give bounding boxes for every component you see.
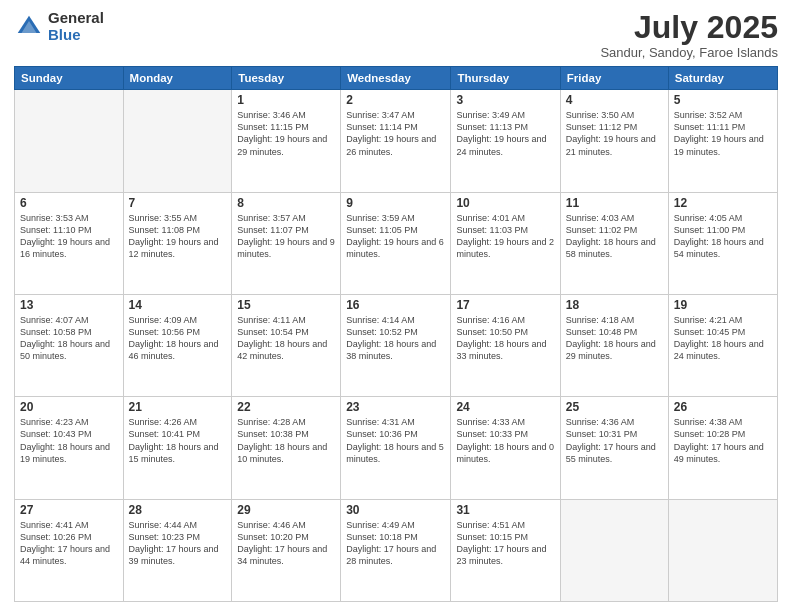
logo-text: General Blue <box>48 10 104 43</box>
calendar-cell: 30Sunrise: 4:49 AM Sunset: 10:18 PM Dayl… <box>341 499 451 601</box>
weekday-header-sunday: Sunday <box>15 67 124 90</box>
day-number: 11 <box>566 196 663 210</box>
calendar-cell <box>15 90 124 192</box>
week-row-2: 6Sunrise: 3:53 AM Sunset: 11:10 PM Dayli… <box>15 192 778 294</box>
day-number: 17 <box>456 298 554 312</box>
day-info: Sunrise: 4:11 AM Sunset: 10:54 PM Daylig… <box>237 314 335 363</box>
day-info: Sunrise: 4:49 AM Sunset: 10:18 PM Daylig… <box>346 519 445 568</box>
day-info: Sunrise: 4:05 AM Sunset: 11:00 PM Daylig… <box>674 212 772 261</box>
calendar-cell: 10Sunrise: 4:01 AM Sunset: 11:03 PM Dayl… <box>451 192 560 294</box>
calendar-cell <box>123 90 232 192</box>
day-info: Sunrise: 3:59 AM Sunset: 11:05 PM Daylig… <box>346 212 445 261</box>
day-number: 2 <box>346 93 445 107</box>
week-row-5: 27Sunrise: 4:41 AM Sunset: 10:26 PM Dayl… <box>15 499 778 601</box>
day-info: Sunrise: 3:57 AM Sunset: 11:07 PM Daylig… <box>237 212 335 261</box>
week-row-4: 20Sunrise: 4:23 AM Sunset: 10:43 PM Dayl… <box>15 397 778 499</box>
title-section: July 2025 Sandur, Sandoy, Faroe Islands <box>600 10 778 60</box>
day-number: 3 <box>456 93 554 107</box>
day-info: Sunrise: 4:09 AM Sunset: 10:56 PM Daylig… <box>129 314 227 363</box>
calendar-cell: 27Sunrise: 4:41 AM Sunset: 10:26 PM Dayl… <box>15 499 124 601</box>
weekday-header-wednesday: Wednesday <box>341 67 451 90</box>
weekday-header-row: SundayMondayTuesdayWednesdayThursdayFrid… <box>15 67 778 90</box>
day-number: 20 <box>20 400 118 414</box>
day-info: Sunrise: 3:52 AM Sunset: 11:11 PM Daylig… <box>674 109 772 158</box>
day-info: Sunrise: 4:38 AM Sunset: 10:28 PM Daylig… <box>674 416 772 465</box>
logo: General Blue <box>14 10 104 43</box>
day-number: 26 <box>674 400 772 414</box>
calendar-cell: 7Sunrise: 3:55 AM Sunset: 11:08 PM Dayli… <box>123 192 232 294</box>
weekday-header-tuesday: Tuesday <box>232 67 341 90</box>
day-number: 31 <box>456 503 554 517</box>
day-number: 22 <box>237 400 335 414</box>
logo-icon <box>14 12 44 42</box>
day-info: Sunrise: 4:07 AM Sunset: 10:58 PM Daylig… <box>20 314 118 363</box>
calendar-cell: 29Sunrise: 4:46 AM Sunset: 10:20 PM Dayl… <box>232 499 341 601</box>
day-info: Sunrise: 3:46 AM Sunset: 11:15 PM Daylig… <box>237 109 335 158</box>
calendar-cell: 12Sunrise: 4:05 AM Sunset: 11:00 PM Dayl… <box>668 192 777 294</box>
calendar-cell: 17Sunrise: 4:16 AM Sunset: 10:50 PM Dayl… <box>451 294 560 396</box>
day-number: 23 <box>346 400 445 414</box>
day-info: Sunrise: 4:28 AM Sunset: 10:38 PM Daylig… <box>237 416 335 465</box>
calendar-cell: 15Sunrise: 4:11 AM Sunset: 10:54 PM Dayl… <box>232 294 341 396</box>
calendar-cell: 26Sunrise: 4:38 AM Sunset: 10:28 PM Dayl… <box>668 397 777 499</box>
day-info: Sunrise: 4:36 AM Sunset: 10:31 PM Daylig… <box>566 416 663 465</box>
calendar-cell: 22Sunrise: 4:28 AM Sunset: 10:38 PM Dayl… <box>232 397 341 499</box>
day-number: 15 <box>237 298 335 312</box>
day-info: Sunrise: 4:44 AM Sunset: 10:23 PM Daylig… <box>129 519 227 568</box>
day-number: 29 <box>237 503 335 517</box>
logo-general: General <box>48 10 104 27</box>
day-info: Sunrise: 4:18 AM Sunset: 10:48 PM Daylig… <box>566 314 663 363</box>
day-info: Sunrise: 4:33 AM Sunset: 10:33 PM Daylig… <box>456 416 554 465</box>
day-info: Sunrise: 4:46 AM Sunset: 10:20 PM Daylig… <box>237 519 335 568</box>
calendar-cell: 19Sunrise: 4:21 AM Sunset: 10:45 PM Dayl… <box>668 294 777 396</box>
day-info: Sunrise: 4:41 AM Sunset: 10:26 PM Daylig… <box>20 519 118 568</box>
calendar-cell: 21Sunrise: 4:26 AM Sunset: 10:41 PM Dayl… <box>123 397 232 499</box>
calendar-cell: 9Sunrise: 3:59 AM Sunset: 11:05 PM Dayli… <box>341 192 451 294</box>
day-info: Sunrise: 4:51 AM Sunset: 10:15 PM Daylig… <box>456 519 554 568</box>
day-number: 4 <box>566 93 663 107</box>
main-title: July 2025 <box>600 10 778 45</box>
weekday-header-thursday: Thursday <box>451 67 560 90</box>
weekday-header-friday: Friday <box>560 67 668 90</box>
day-number: 27 <box>20 503 118 517</box>
day-number: 18 <box>566 298 663 312</box>
calendar-cell: 25Sunrise: 4:36 AM Sunset: 10:31 PM Dayl… <box>560 397 668 499</box>
calendar-cell: 6Sunrise: 3:53 AM Sunset: 11:10 PM Dayli… <box>15 192 124 294</box>
calendar-cell: 5Sunrise: 3:52 AM Sunset: 11:11 PM Dayli… <box>668 90 777 192</box>
day-number: 16 <box>346 298 445 312</box>
calendar: SundayMondayTuesdayWednesdayThursdayFrid… <box>14 66 778 602</box>
calendar-cell: 16Sunrise: 4:14 AM Sunset: 10:52 PM Dayl… <box>341 294 451 396</box>
day-info: Sunrise: 3:49 AM Sunset: 11:13 PM Daylig… <box>456 109 554 158</box>
day-info: Sunrise: 4:21 AM Sunset: 10:45 PM Daylig… <box>674 314 772 363</box>
day-number: 7 <box>129 196 227 210</box>
day-number: 14 <box>129 298 227 312</box>
day-info: Sunrise: 4:14 AM Sunset: 10:52 PM Daylig… <box>346 314 445 363</box>
day-number: 9 <box>346 196 445 210</box>
calendar-cell: 14Sunrise: 4:09 AM Sunset: 10:56 PM Dayl… <box>123 294 232 396</box>
day-info: Sunrise: 3:53 AM Sunset: 11:10 PM Daylig… <box>20 212 118 261</box>
day-info: Sunrise: 4:01 AM Sunset: 11:03 PM Daylig… <box>456 212 554 261</box>
subtitle: Sandur, Sandoy, Faroe Islands <box>600 45 778 60</box>
calendar-cell: 20Sunrise: 4:23 AM Sunset: 10:43 PM Dayl… <box>15 397 124 499</box>
day-number: 19 <box>674 298 772 312</box>
calendar-cell: 1Sunrise: 3:46 AM Sunset: 11:15 PM Dayli… <box>232 90 341 192</box>
day-number: 6 <box>20 196 118 210</box>
day-number: 30 <box>346 503 445 517</box>
day-number: 21 <box>129 400 227 414</box>
day-number: 13 <box>20 298 118 312</box>
week-row-3: 13Sunrise: 4:07 AM Sunset: 10:58 PM Dayl… <box>15 294 778 396</box>
day-info: Sunrise: 4:23 AM Sunset: 10:43 PM Daylig… <box>20 416 118 465</box>
week-row-1: 1Sunrise: 3:46 AM Sunset: 11:15 PM Dayli… <box>15 90 778 192</box>
calendar-cell: 31Sunrise: 4:51 AM Sunset: 10:15 PM Dayl… <box>451 499 560 601</box>
day-info: Sunrise: 3:50 AM Sunset: 11:12 PM Daylig… <box>566 109 663 158</box>
day-number: 10 <box>456 196 554 210</box>
calendar-cell: 4Sunrise: 3:50 AM Sunset: 11:12 PM Dayli… <box>560 90 668 192</box>
calendar-cell: 2Sunrise: 3:47 AM Sunset: 11:14 PM Dayli… <box>341 90 451 192</box>
day-info: Sunrise: 4:26 AM Sunset: 10:41 PM Daylig… <box>129 416 227 465</box>
calendar-cell: 3Sunrise: 3:49 AM Sunset: 11:13 PM Dayli… <box>451 90 560 192</box>
calendar-cell: 24Sunrise: 4:33 AM Sunset: 10:33 PM Dayl… <box>451 397 560 499</box>
weekday-header-saturday: Saturday <box>668 67 777 90</box>
day-info: Sunrise: 3:47 AM Sunset: 11:14 PM Daylig… <box>346 109 445 158</box>
weekday-header-monday: Monday <box>123 67 232 90</box>
calendar-cell <box>668 499 777 601</box>
